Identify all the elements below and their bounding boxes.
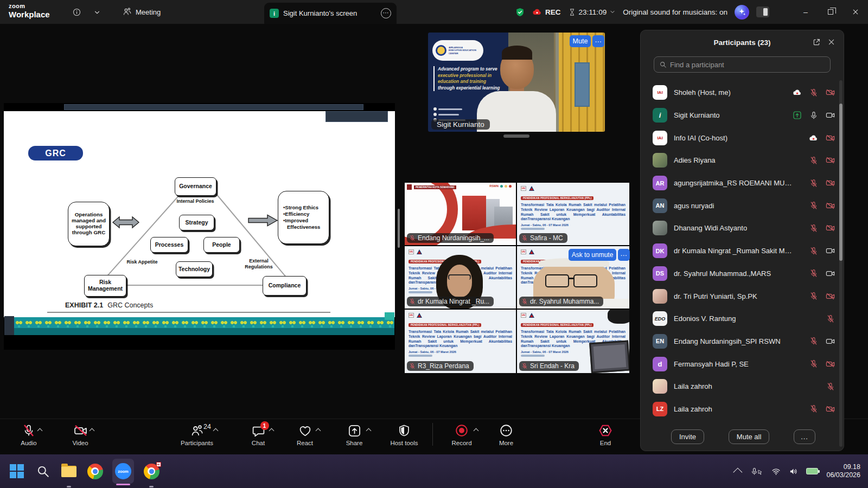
tray-mic-icon[interactable] — [750, 467, 763, 476]
search-input[interactable] — [670, 61, 825, 69]
video-tile-kumala[interactable]: IAI PENDIDIKAN PROFESIONAL BERKELANJUTAN… — [405, 246, 516, 309]
mic-off-icon[interactable] — [809, 247, 818, 255]
battery-icon[interactable] — [806, 468, 818, 474]
camera-off-icon[interactable] — [826, 133, 835, 143]
mic-off-icon[interactable] — [809, 201, 818, 210]
close-panel-icon[interactable] — [827, 38, 835, 46]
tab-options-icon[interactable]: ⋯ — [381, 8, 391, 18]
participant-row[interactable]: DK dr Kumala Ningrat _Rumah Sakit Mata B… — [641, 240, 844, 262]
participant-row[interactable]: d Fermansyah Hadi P, SE — [641, 352, 844, 375]
recording-indicator[interactable]: REC — [532, 7, 561, 17]
video-more-options-button[interactable]: ⋯ — [592, 35, 604, 47]
mute-participant-button[interactable]: Mute — [570, 35, 591, 47]
original-sound-status[interactable]: Original sound for musicians: on — [623, 8, 727, 16]
wifi-icon[interactable] — [771, 467, 781, 476]
mute-all-button[interactable]: Mute all — [729, 429, 770, 444]
video-tile-riza[interactable]: IAI PENDIDIKAN PROFESIONAL BERKELANJUTAN… — [405, 310, 516, 373]
react-options-caret[interactable] — [316, 428, 321, 434]
taskbar-search-icon[interactable] — [34, 458, 52, 484]
video-options-caret[interactable] — [90, 428, 95, 434]
chat-options-caret[interactable] — [269, 428, 275, 434]
more-control[interactable]: More — [482, 422, 531, 446]
mic-off-icon[interactable] — [809, 88, 818, 97]
side-panel-toggle-icon[interactable] — [756, 7, 769, 17]
tab-meeting[interactable]: Meeting — [136, 8, 161, 16]
panel-scrollbar-thumb[interactable] — [839, 104, 843, 261]
camera-off-icon[interactable] — [826, 156, 835, 165]
more-options-button[interactable]: ... — [794, 429, 815, 444]
info-icon[interactable] — [72, 8, 81, 17]
video-panel-resize-handle[interactable] — [503, 134, 529, 138]
record-control[interactable]: Record — [437, 422, 486, 446]
host-tools-control[interactable]: Host tools — [380, 422, 429, 446]
file-explorer-icon[interactable] — [60, 458, 78, 484]
mic-off-icon[interactable] — [826, 382, 835, 391]
react-control[interactable]: React — [280, 422, 329, 446]
mic-off-icon[interactable] — [826, 314, 835, 323]
participant-row[interactable]: EDO Edonios V. Rantung — [641, 307, 844, 330]
security-shield-icon[interactable] — [515, 7, 525, 17]
video-control[interactable]: Video — [56, 422, 105, 446]
participant-row[interactable]: Dhanang Widi Astyanto — [641, 217, 844, 240]
camera-off-icon[interactable] — [826, 201, 835, 210]
zoom-app-icon[interactable]: zoom — [112, 458, 135, 484]
ask-to-unmute-button[interactable]: Ask to unmute — [569, 249, 616, 261]
chat-control[interactable]: 1 Chat — [234, 422, 283, 446]
tile-more-options-button[interactable]: ⋯ — [618, 249, 630, 261]
meeting-timer[interactable]: 23:11:09 — [568, 8, 616, 16]
camera-off-icon[interactable] — [826, 178, 835, 188]
mic-off-icon[interactable] — [809, 224, 818, 233]
participant-row[interactable]: IAI Info IAI (Co-host) — [641, 126, 844, 149]
video-tile-safira[interactable]: IAI PENDIDIKAN PROFESIONAL BERKELANJUTAN… — [517, 183, 629, 245]
camera-icon[interactable] — [826, 111, 835, 120]
participant-search[interactable] — [654, 56, 831, 73]
audio-options-caret[interactable] — [37, 428, 43, 434]
participant-row[interactable]: IAI Sholeh (Host, me) — [641, 81, 844, 104]
participant-row[interactable]: dr. Tri Putri Yuniarti, Sp.PK — [641, 285, 844, 307]
share-control[interactable]: Share — [330, 422, 379, 446]
camera-off-icon[interactable] — [826, 88, 835, 97]
record-options-caret[interactable] — [474, 428, 479, 434]
grid-scrollbar[interactable] — [398, 209, 400, 248]
start-button[interactable] — [8, 458, 26, 484]
mic-off-icon[interactable] — [809, 359, 818, 368]
share-options-caret[interactable] — [366, 428, 372, 434]
participant-row[interactable]: AN agus nuryadi — [641, 194, 844, 217]
popout-icon[interactable] — [812, 38, 821, 47]
mic-off-icon[interactable] — [809, 337, 818, 345]
participant-row[interactable]: LZ Laila zahroh — [641, 398, 844, 421]
video-tile-sri-endah[interactable]: IAI PENDIDIKAN PROFESIONAL BERKELANJUTAN… — [517, 310, 629, 373]
participant-row[interactable]: Adies Riyana — [641, 149, 844, 172]
tab-shared-screen[interactable]: i Sigit Kurnianto's screen ⋯ — [264, 3, 397, 24]
participant-row[interactable]: DS dr. Syahrul Muhammad.,MARS — [641, 262, 844, 285]
mic-off-icon[interactable] — [809, 269, 818, 278]
audio-control[interactable]: Audio — [4, 422, 53, 446]
participant-row[interactable]: i Sigit Kurnianto — [641, 104, 844, 127]
camera-off-icon[interactable] — [826, 359, 835, 369]
minimize-button[interactable]: – — [793, 0, 818, 24]
volume-icon[interactable] — [789, 467, 798, 476]
end-control[interactable]: End — [581, 422, 630, 446]
mic-icon[interactable] — [809, 111, 818, 120]
camera-off-icon[interactable] — [826, 292, 835, 301]
video-tile-endang[interactable]: PEMERINTAH KOTA SEMARANG RSWN Endang Nur… — [405, 183, 516, 245]
chrome-icon[interactable] — [86, 458, 104, 484]
participants-control[interactable]: 24 Participants — [173, 422, 221, 446]
participant-row[interactable]: Laila zahroh — [641, 375, 844, 398]
camera-off-icon[interactable] — [826, 223, 835, 233]
participant-row[interactable]: EN Endang Nurdaningsih_SPI RSWN — [641, 330, 844, 353]
mic-off-icon[interactable] — [809, 156, 818, 165]
mic-off-icon[interactable] — [809, 179, 818, 188]
ai-companion-icon[interactable] — [735, 5, 749, 20]
chrome-profile-icon[interactable]: IAI — [142, 458, 161, 484]
invite-button[interactable]: Invite — [671, 429, 704, 444]
tray-expand-caret[interactable] — [733, 468, 743, 477]
restore-button[interactable] — [818, 0, 843, 24]
taskbar-clock[interactable]: 09.18 06/03/2026 — [826, 463, 860, 479]
camera-off-icon[interactable] — [826, 404, 835, 414]
mic-off-icon[interactable] — [809, 404, 818, 413]
mic-off-icon[interactable] — [809, 292, 818, 300]
camera-icon[interactable] — [826, 269, 835, 278]
participant-row[interactable]: AR agungsrijatmika_RS ROEMANI MUHAMMA... — [641, 172, 844, 195]
speaker-video-tile[interactable]: AIRLANGGA EXECUTIVE EDUCATION CENTER Adv… — [428, 33, 605, 132]
